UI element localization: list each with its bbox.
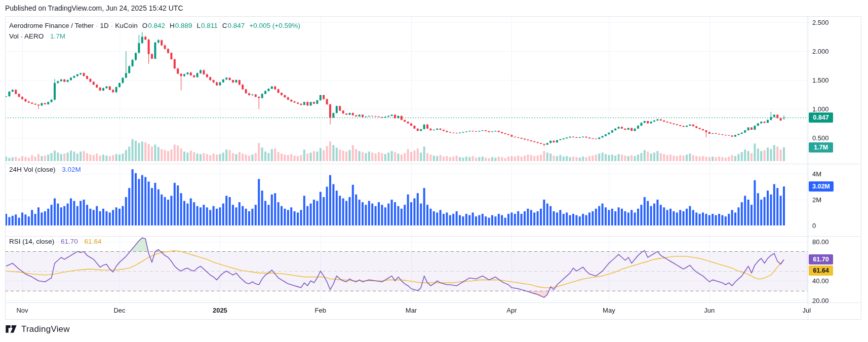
legend-separator: · <box>111 22 113 29</box>
price-axis-label: 2.500 <box>812 19 829 26</box>
last-rsi-badge: 61.70 <box>809 254 833 264</box>
rsi-axis-label: 20.00 <box>812 296 829 304</box>
price-axis-label: 2.000 <box>812 48 829 55</box>
interval-label: 1D <box>100 22 109 29</box>
time-axis-label: Feb <box>306 307 335 314</box>
vol24-value: 3.02M <box>62 166 81 173</box>
volume-axis-label: 2M <box>812 196 821 204</box>
time-axis-label: Mar <box>397 307 425 314</box>
ohlc-low: L0.811 <box>197 22 218 29</box>
volume-indicator-value: 1.7M <box>50 32 65 40</box>
chart-canvas <box>0 0 868 342</box>
volume-axis-label: 0 <box>812 222 816 230</box>
rsi-pane-legend: RSI (14, close) 61.70 61.64 <box>9 238 101 245</box>
tradingview-logo[interactable]: TradingView <box>21 324 70 334</box>
volume-axis-label: 4M <box>812 170 821 178</box>
tradingview-snapshot: Published on TradingView.com, Jun 24, 20… <box>0 0 868 342</box>
last-vol24-badge: 3.02M <box>809 181 834 192</box>
rsi-axis-label: 80.00 <box>812 238 829 246</box>
price-axis-label: 1.000 <box>812 105 829 113</box>
time-axis-label: Jun <box>695 307 724 314</box>
change-label: +0.005 (+0.59%) <box>249 22 300 29</box>
time-axis-label: Dec <box>105 307 134 314</box>
volume-indicator-label: Vol · AERO <box>9 32 44 40</box>
rsi-label: RSI (14, close) <box>9 238 54 245</box>
time-axis-label: Jul <box>793 307 821 314</box>
rsi-value: 61.70 <box>61 238 78 245</box>
vol24-label: 24H Vol (close) <box>9 166 56 173</box>
ohlc-open: O0.842 <box>142 22 165 29</box>
exchange-label: KuCoin <box>115 22 137 29</box>
rsi-ma-value: 61.64 <box>85 238 102 245</box>
price-axis-label: 0.500 <box>812 134 829 142</box>
published-header: Published on TradingView.com, Jun 24, 20… <box>5 4 183 12</box>
last-volume-badge: 1.7M <box>809 142 833 153</box>
time-axis-label: 2025 <box>206 307 234 314</box>
last-price-badge: 0.847 <box>809 112 833 123</box>
time-axis-label: May <box>595 307 623 314</box>
volume-legend-line: Vol · AERO 1.7M <box>9 31 300 42</box>
main-chart-legend: Aerodrome Finance / Tether·1D·KuCoinO0.8… <box>9 20 300 42</box>
vol24-pane-legend: 24H Vol (close) 3.02M <box>9 166 81 173</box>
rsi-axis-label: 40.00 <box>812 277 829 285</box>
ohlc-high: H0.889 <box>170 22 192 29</box>
tradingview-logo-icon[interactable] <box>5 324 17 334</box>
price-axis-label: 1.500 <box>812 77 829 84</box>
time-axis-label: Apr <box>497 307 526 314</box>
symbol-legend-line: Aerodrome Finance / Tether·1D·KuCoinO0.8… <box>9 20 300 31</box>
ohlc-close: C0.847 <box>222 22 245 29</box>
footer: TradingView <box>5 324 70 334</box>
last-rsi-ma-badge: 61.64 <box>809 265 833 276</box>
time-axis-label: Nov <box>8 307 36 314</box>
legend-separator: · <box>96 22 98 29</box>
symbol-title: Aerodrome Finance / Tether <box>9 22 94 29</box>
